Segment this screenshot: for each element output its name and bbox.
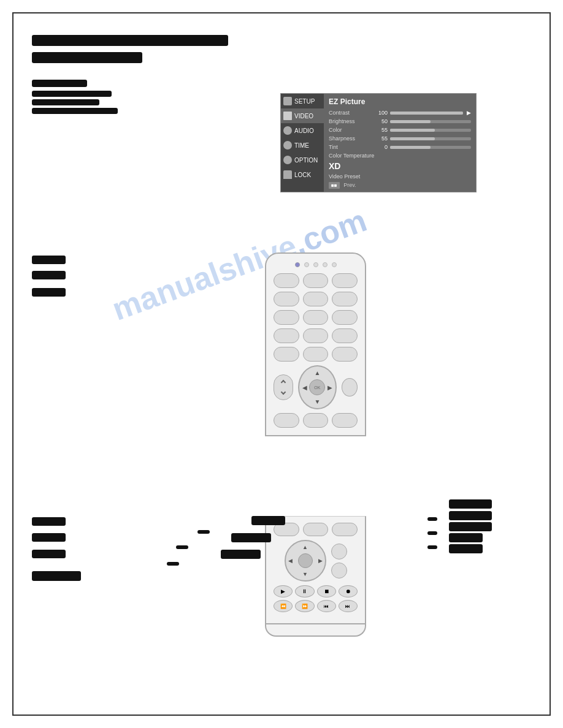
right-callout-1 bbox=[449, 499, 492, 509]
remote-btn[interactable] bbox=[332, 292, 358, 306]
remote-btn[interactable] bbox=[274, 310, 299, 325]
left-callout-3 bbox=[221, 550, 261, 559]
bottom-nav-ring[interactable]: ▲ ▼ ◀ ▶ bbox=[285, 540, 326, 582]
remote-top: ▲ ▼ ◀ ▶ OK bbox=[265, 252, 366, 436]
remote-bottom: ▲ ▼ ◀ ▶ ▶ ⏸ ⏹ ⏺ bbox=[265, 516, 366, 637]
remote-btn[interactable] bbox=[274, 328, 299, 343]
media-rw[interactable]: ⏪ bbox=[274, 600, 293, 612]
btn-row-1 bbox=[274, 273, 358, 288]
bot-bar-3 bbox=[32, 550, 66, 558]
osd-video-preset: Video Preset bbox=[329, 173, 471, 180]
sharpness-bar bbox=[390, 137, 471, 140]
osd-item-video[interactable]: VIDEO bbox=[281, 108, 324, 123]
side-btn[interactable] bbox=[342, 378, 358, 396]
left-callout-1 bbox=[251, 516, 285, 525]
right-callout-2 bbox=[449, 511, 492, 520]
led-indicator bbox=[295, 262, 300, 267]
right-callout-5 bbox=[449, 544, 483, 553]
callout-left-2 bbox=[176, 545, 188, 549]
bottom-side-btns bbox=[331, 544, 347, 578]
media-rec[interactable]: ⏺ bbox=[339, 585, 358, 597]
callout-right-2 bbox=[427, 531, 437, 535]
remote-btn[interactable] bbox=[303, 523, 329, 536]
mid-bar-3 bbox=[32, 288, 66, 297]
callout-left-1 bbox=[197, 530, 210, 534]
osd-row-tint: Tint 0 bbox=[329, 144, 471, 150]
btn-row-6 bbox=[274, 413, 358, 428]
media-pause[interactable]: ⏸ bbox=[295, 585, 314, 597]
nav-ok[interactable]: OK bbox=[309, 379, 325, 395]
left-callout-2 bbox=[231, 533, 271, 542]
remote-wrapper: ▲ ▼ ◀ ▶ OK bbox=[253, 252, 559, 645]
right-callout-3 bbox=[449, 522, 492, 531]
callout-right-3 bbox=[427, 545, 437, 549]
bot-bar-2 bbox=[32, 533, 66, 542]
remote-btn[interactable] bbox=[274, 273, 299, 288]
remote-btn[interactable] bbox=[332, 328, 358, 343]
osd-color-temp: Color Temperature bbox=[329, 153, 471, 159]
bottom-nav-row: ▲ ▼ ◀ ▶ bbox=[274, 540, 358, 582]
contrast-bar bbox=[390, 112, 463, 115]
btn-row-2 bbox=[274, 292, 358, 306]
btn-row-4 bbox=[274, 328, 358, 343]
callout-left-3 bbox=[167, 562, 179, 566]
remote-btn[interactable] bbox=[303, 273, 329, 288]
btn-row-3 bbox=[274, 310, 358, 325]
vol-pill[interactable] bbox=[274, 374, 293, 400]
right-callout-4 bbox=[449, 533, 483, 542]
color-bar bbox=[390, 129, 471, 132]
osd-sidebar: SETUP VIDEO AUDIO TIME OPTION LOCK bbox=[281, 94, 324, 192]
osd-row-sharpness: Sharpness 55 bbox=[329, 135, 471, 142]
remote-btn[interactable] bbox=[303, 347, 329, 362]
osd-item-option[interactable]: OPTION bbox=[281, 153, 324, 167]
media-prev[interactable]: ⏮ bbox=[317, 600, 336, 612]
media-row-1: ▶ ⏸ ⏹ ⏺ bbox=[274, 585, 358, 597]
bot-bar-1 bbox=[32, 517, 66, 526]
nav-ring[interactable]: ▲ ▼ ◀ ▶ OK bbox=[298, 365, 337, 409]
left-bar-3 bbox=[32, 99, 99, 105]
remote-btn[interactable] bbox=[303, 310, 329, 325]
callout-right-1 bbox=[427, 517, 437, 521]
remote-btn[interactable] bbox=[332, 310, 358, 325]
remote-btn[interactable] bbox=[332, 523, 358, 536]
osd-row-color: Color 55 bbox=[329, 127, 471, 133]
audio-icon bbox=[283, 126, 292, 135]
osd-item-lock[interactable]: LOCK bbox=[281, 167, 324, 182]
left-bar-1 bbox=[32, 80, 87, 87]
osd-content: EZ Picture Contrast 100 ▶ Brightness 50 … bbox=[324, 94, 476, 192]
media-play[interactable]: ▶ bbox=[274, 585, 293, 597]
bottom-side-btn-2[interactable] bbox=[331, 563, 347, 578]
remote-btn[interactable] bbox=[303, 413, 329, 428]
header-bar-1 bbox=[32, 35, 228, 46]
lock-icon bbox=[283, 170, 292, 179]
media-next[interactable]: ⏭ bbox=[339, 600, 358, 612]
media-ff[interactable]: ⏩ bbox=[295, 600, 314, 612]
osd-item-setup[interactable]: SETUP bbox=[281, 94, 324, 108]
remote-btn[interactable] bbox=[274, 292, 299, 306]
remote-btn[interactable] bbox=[303, 328, 329, 343]
mid-bar-2 bbox=[32, 271, 66, 279]
bottom-side-btn-1[interactable] bbox=[331, 544, 347, 559]
osd-item-time[interactable]: TIME bbox=[281, 138, 324, 153]
remote-btn[interactable] bbox=[274, 413, 299, 428]
osd-menu: SETUP VIDEO AUDIO TIME OPTION LOCK bbox=[280, 93, 477, 192]
osd-footer: ■■ Prev. bbox=[329, 182, 471, 188]
option-icon bbox=[283, 156, 292, 164]
bot-bar-4 bbox=[32, 571, 81, 581]
indicator-row bbox=[274, 262, 358, 267]
osd-item-audio[interactable]: AUDIO bbox=[281, 123, 324, 138]
remote-btn-wide[interactable] bbox=[332, 273, 358, 288]
page-container: manualshive.com SETUP VIDEO AUDIO TIME O bbox=[12, 12, 551, 716]
left-bar-2 bbox=[32, 91, 112, 97]
nav-row: ▲ ▼ ◀ ▶ OK bbox=[274, 365, 358, 409]
remote-btn[interactable] bbox=[332, 413, 358, 428]
remote-btn[interactable] bbox=[274, 347, 299, 362]
remote-btn[interactable] bbox=[332, 347, 358, 362]
remote-btn[interactable] bbox=[303, 292, 329, 306]
bottom-nav-ok[interactable] bbox=[298, 553, 313, 568]
video-icon bbox=[283, 112, 292, 120]
time-icon bbox=[283, 141, 292, 150]
bottom-row-1 bbox=[274, 523, 358, 536]
osd-row-contrast: Contrast 100 ▶ bbox=[329, 110, 471, 116]
media-stop[interactable]: ⏹ bbox=[317, 585, 336, 597]
